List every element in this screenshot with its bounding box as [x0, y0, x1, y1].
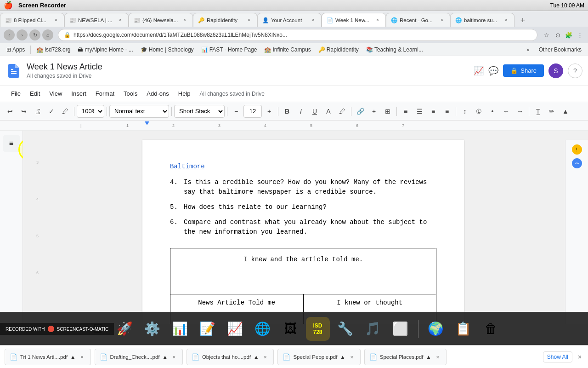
dock-music[interactable]: 🎵: [361, 317, 385, 341]
browser-menu-icon[interactable]: ⋮: [575, 30, 584, 40]
bullet-list-button[interactable]: •: [486, 105, 499, 118]
bookmark-teaching[interactable]: 📚 Teaching & Learni...: [363, 46, 426, 54]
forward-button[interactable]: ›: [17, 29, 28, 40]
bookmark-schoology[interactable]: 🎓 Home | Schoology: [138, 46, 197, 54]
insert-table-button[interactable]: ⊞: [381, 105, 394, 118]
bookmark-rapididentity[interactable]: 🔑 RapidIdentity: [316, 46, 362, 54]
address-bar[interactable]: 🔒 https://docs.google.com/document/d/1Ta…: [58, 29, 537, 41]
insert-image-button[interactable]: +: [368, 105, 380, 118]
list-text-5[interactable]: How does this relate to our learning?: [184, 202, 436, 212]
download-expand-5[interactable]: ▲: [426, 354, 431, 360]
download-expand-2[interactable]: ▲: [163, 354, 168, 360]
dock-settings[interactable]: ⚙️: [141, 317, 164, 341]
underline-button[interactable]: U: [308, 105, 321, 118]
doc-baltimore-link[interactable]: Baltimore: [170, 163, 436, 170]
back-button[interactable]: ‹: [4, 29, 15, 40]
dock-trash[interactable]: 🗑: [479, 317, 503, 341]
menu-help[interactable]: Help: [175, 88, 194, 99]
justify-button[interactable]: ≡: [441, 105, 453, 118]
italic-button[interactable]: I: [294, 105, 307, 118]
dock-notes[interactable]: 📋: [452, 317, 475, 341]
align-left-button[interactable]: ≡: [399, 105, 412, 118]
menu-format[interactable]: Format: [92, 88, 118, 99]
tab-close-1[interactable]: ×: [53, 17, 59, 23]
tab-close-3[interactable]: ×: [181, 17, 188, 23]
new-tab-button[interactable]: +: [516, 14, 529, 27]
download-expand-1[interactable]: ▲: [70, 354, 75, 360]
menu-insert[interactable]: Insert: [68, 88, 90, 99]
page-scroll-area[interactable]: 3 4 5 6 Baltimore 4. Is this a credible …: [23, 131, 588, 324]
dock-photos[interactable]: 🖼: [278, 317, 302, 341]
paintformat-button[interactable]: 🖊: [59, 105, 72, 118]
download-close-1[interactable]: ×: [79, 353, 86, 361]
help-button[interactable]: ?: [568, 63, 582, 78]
tab-3[interactable]: 📰 (46) Newsela... ×: [129, 13, 193, 27]
tab-1[interactable]: 📰 8 Flipped Cl... ×: [0, 13, 64, 27]
show-all-downloads-button[interactable]: Show All: [543, 351, 572, 362]
menu-view[interactable]: View: [45, 88, 66, 99]
tab-8[interactable]: 🌐 baltimore su... ×: [450, 13, 514, 27]
download-close-3[interactable]: ×: [261, 353, 269, 361]
suggestion-icon[interactable]: ✏: [572, 158, 582, 168]
gdocs-document-title[interactable]: Week 1 News Article: [27, 62, 474, 72]
spellcheck-button[interactable]: ✓: [45, 105, 58, 118]
menu-addons[interactable]: Add-ons: [143, 88, 172, 99]
bookmark-fast[interactable]: 📊 FAST - Home Page: [198, 46, 260, 54]
download-drafting[interactable]: 📄 Drafting_Check....pdf ▲ ×: [95, 349, 183, 365]
bookmark-myalpine[interactable]: 🏔 myAlpine Home - ...: [75, 46, 136, 54]
highlight-button[interactable]: 🖊: [336, 105, 349, 118]
editing-mode-button[interactable]: ✏: [545, 105, 558, 118]
bookmark-other[interactable]: Other Bookmarks: [536, 46, 584, 54]
list-text-4[interactable]: Is this a credible source? How do you kn…: [184, 178, 436, 197]
user-avatar[interactable]: S: [548, 63, 563, 78]
bookmark-infinite-campus[interactable]: 🏫 Infinite Campus: [261, 46, 313, 54]
line-spacing-button[interactable]: ↕: [458, 105, 471, 118]
dock-jamf[interactable]: 🔧: [334, 317, 357, 341]
bookmark-apps[interactable]: ⊞ Apps: [4, 46, 28, 54]
tab-week1[interactable]: 📄 Week 1 New... ×: [322, 13, 386, 27]
table-top-cell[interactable]: I knew and the article told me.: [170, 248, 436, 294]
apple-menu[interactable]: 🍎: [4, 1, 13, 10]
dock-excel[interactable]: 📈: [223, 317, 247, 341]
redo-button[interactable]: ↪: [17, 105, 30, 118]
download-objects[interactable]: 📄 Objects that ho....pdf ▲ ×: [187, 349, 274, 365]
menu-edit[interactable]: Edit: [26, 88, 44, 99]
download-close-5[interactable]: ×: [434, 353, 441, 361]
numbered-list-button[interactable]: ①: [472, 105, 485, 118]
font-increase-button[interactable]: +: [263, 105, 276, 118]
share-button[interactable]: 🔒 Share: [503, 64, 544, 77]
menu-file[interactable]: File: [7, 88, 24, 99]
bookmark-isd[interactable]: 🏫 isd728.org: [34, 46, 73, 54]
font-size-input[interactable]: [243, 105, 262, 118]
tab-your-account[interactable]: 👤 Your Account ×: [257, 13, 322, 27]
download-tri1[interactable]: 📄 Tri 1 News Arti....pdf ▲ ×: [5, 349, 91, 365]
dock-powerpoint[interactable]: 📊: [168, 317, 192, 341]
tab-7[interactable]: 🌐 Recent - Go... ×: [386, 13, 450, 27]
tab-4[interactable]: 🔑 RapidIdentity ×: [193, 13, 257, 27]
history-icon[interactable]: ⊙: [553, 30, 562, 40]
dock-launchpad[interactable]: 🚀: [113, 317, 137, 341]
clear-formatting-button[interactable]: T̲: [531, 105, 544, 118]
bookmarks-more-btn[interactable]: »: [524, 46, 532, 54]
download-expand-3[interactable]: ▲: [254, 354, 259, 360]
download-special-people[interactable]: 📄 Special People.pdf ▲ ×: [277, 349, 360, 365]
tab-close-6[interactable]: ×: [374, 17, 381, 23]
increase-indent-button[interactable]: →: [514, 105, 526, 118]
download-close-4[interactable]: ×: [348, 353, 356, 361]
explore-icon[interactable]: 📈: [474, 66, 484, 76]
dock-isd[interactable]: ISD728: [306, 317, 330, 341]
align-center-button[interactable]: ☰: [413, 105, 426, 118]
list-text-6[interactable]: Compare and contrast what you already kn…: [184, 218, 436, 237]
zoom-select[interactable]: 100%: [77, 105, 104, 118]
tab-close-8[interactable]: ×: [503, 17, 509, 23]
font-decrease-button[interactable]: −: [230, 105, 243, 118]
comments-icon[interactable]: 💬: [488, 66, 498, 76]
dismiss-downloads-button[interactable]: ×: [576, 351, 583, 362]
comment-icon[interactable]: !: [572, 144, 582, 155]
tab-close-5[interactable]: ×: [310, 17, 317, 23]
text-color-button[interactable]: A: [322, 105, 335, 118]
dock-screenshot[interactable]: ⬜: [389, 317, 413, 341]
outline-toggle-button[interactable]: ≡: [3, 135, 20, 152]
decrease-indent-button[interactable]: ←: [500, 105, 513, 118]
tab-close-2[interactable]: ×: [117, 17, 124, 23]
